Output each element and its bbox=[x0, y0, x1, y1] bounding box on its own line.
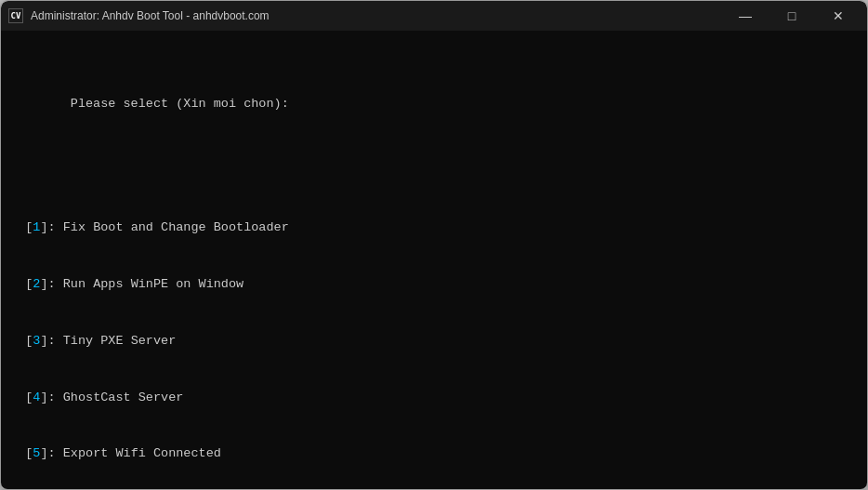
menu-header: Please select (Xin moi chon): bbox=[10, 76, 858, 133]
terminal-body[interactable]: Please select (Xin moi chon): [1]: Fix B… bbox=[1, 31, 867, 489]
main-window: CV Administrator: Anhdv Boot Tool - anhd… bbox=[0, 0, 868, 490]
menu-item-1: [1]: Fix Boot and Change Bootloader bbox=[10, 219, 858, 237]
window-title: Administrator: Anhdv Boot Tool - anhdvbo… bbox=[31, 9, 270, 22]
menu-item-3: [3]: Tiny PXE Server bbox=[10, 332, 858, 351]
app-icon: CV bbox=[8, 8, 23, 23]
menu-item-4: [4]: GhostCast Server bbox=[10, 389, 858, 407]
menu-item-2: [2]: Run Apps WinPE on Window bbox=[10, 275, 858, 294]
title-bar: CV Administrator: Anhdv Boot Tool - anhd… bbox=[1, 1, 867, 31]
maximize-button[interactable]: □ bbox=[770, 1, 813, 31]
terminal-content: Please select (Xin moi chon): [1]: Fix B… bbox=[10, 38, 858, 489]
minimize-button[interactable]: — bbox=[724, 1, 767, 31]
window-controls: — □ ✕ bbox=[724, 1, 860, 31]
title-bar-left: CV Administrator: Anhdv Boot Tool - anhd… bbox=[8, 8, 270, 23]
menu-item-5: [5]: Export Wifi Connected bbox=[10, 444, 858, 463]
close-button[interactable]: ✕ bbox=[817, 1, 860, 31]
menu-list: [1]: Fix Boot and Change Bootloader [2]:… bbox=[10, 181, 858, 489]
